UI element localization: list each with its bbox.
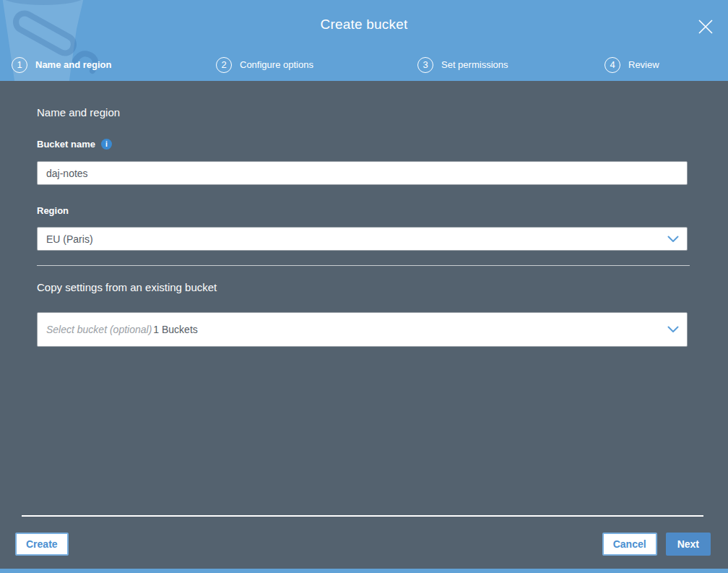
step-set-permissions[interactable]: 3 Set permissions	[417, 57, 604, 73]
step-label: Name and region	[35, 59, 111, 70]
step-number-badge: 2	[216, 57, 232, 73]
footer-divider	[22, 515, 703, 517]
region-select[interactable]: EU (Paris)	[37, 227, 688, 251]
step-configure-options[interactable]: 2 Configure options	[216, 57, 417, 73]
copy-settings-select[interactable]: Select bucket (optional) 1 Buckets	[37, 312, 688, 347]
info-icon[interactable]: i	[101, 139, 112, 150]
step-name-and-region[interactable]: 1 Name and region	[12, 57, 216, 73]
region-select-value: EU (Paris)	[46, 233, 93, 245]
cancel-button[interactable]: Cancel	[602, 533, 657, 556]
copy-settings-title: Copy settings from an existing bucket	[37, 281, 691, 293]
bucket-name-input[interactable]	[37, 161, 688, 185]
next-button[interactable]: Next	[666, 533, 711, 556]
section-divider	[37, 265, 690, 266]
step-number-badge: 3	[417, 57, 433, 73]
bucket-name-label: Bucket name i	[37, 139, 691, 150]
step-label: Review	[628, 59, 659, 70]
step-bar: 1 Name and region 2 Configure options 3 …	[0, 48, 728, 81]
copy-settings-placeholder: Select bucket (optional)	[46, 324, 152, 335]
modal-body: Name and region Bucket name i Region EU …	[0, 81, 728, 347]
modal-header: Create bucket 1 Name and region 2 Config…	[0, 0, 728, 81]
step-number-badge: 4	[604, 57, 620, 73]
modal-title: Create bucket	[321, 17, 408, 33]
create-button[interactable]: Create	[15, 533, 69, 556]
section-title: Name and region	[37, 106, 691, 119]
create-bucket-modal: Create bucket 1 Name and region 2 Config…	[0, 0, 728, 573]
step-number-badge: 1	[12, 57, 27, 73]
step-label: Configure options	[240, 59, 313, 70]
region-label-text: Region	[37, 205, 69, 216]
close-icon[interactable]	[695, 16, 716, 38]
chevron-down-icon	[667, 326, 679, 333]
region-label: Region	[37, 205, 691, 216]
chevron-down-icon	[667, 236, 679, 243]
step-label: Set permissions	[441, 59, 508, 70]
bucket-name-label-text: Bucket name	[37, 139, 95, 150]
bottom-accent-strip	[0, 569, 728, 573]
step-review[interactable]: 4 Review	[604, 57, 659, 73]
bucket-count-text: 1 Buckets	[153, 324, 197, 335]
modal-footer: Create Cancel Next	[15, 533, 711, 556]
